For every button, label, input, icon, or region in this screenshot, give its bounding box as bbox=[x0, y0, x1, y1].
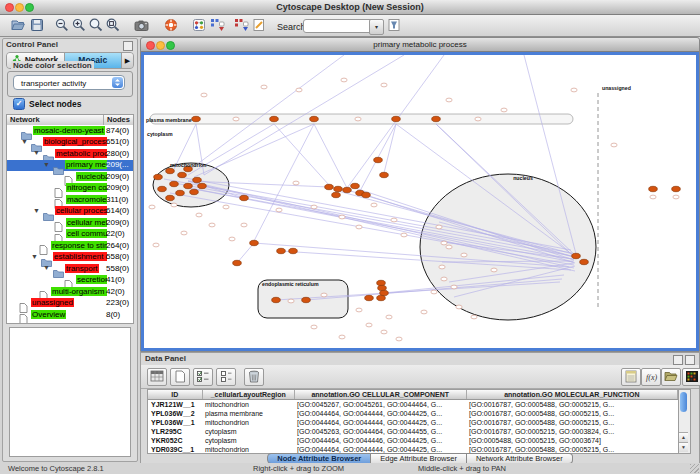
node-color-dropdown[interactable]: transporter activity bbox=[13, 75, 125, 90]
search-dropdown-icon[interactable]: ▾ bbox=[369, 19, 384, 35]
delete-attribute-icon[interactable] bbox=[244, 368, 264, 386]
graph-node-small[interactable] bbox=[209, 223, 215, 227]
graph-node[interactable] bbox=[377, 280, 386, 285]
tree-row-mosaic-demo-yeast[interactable]: mosaic-demo-yeast874(0) bbox=[7, 125, 133, 137]
scroll-up-icon[interactable]: ▲ bbox=[679, 432, 688, 442]
graph-node-small[interactable] bbox=[288, 299, 294, 303]
resize-grip[interactable] bbox=[690, 464, 699, 473]
graph-node-small[interactable] bbox=[456, 305, 462, 309]
birds-eye-view[interactable] bbox=[9, 327, 131, 457]
graph-node[interactable] bbox=[270, 116, 279, 121]
apply-layout-icon[interactable] bbox=[210, 18, 224, 32]
graph-node-small[interactable] bbox=[396, 337, 402, 341]
search-input[interactable] bbox=[303, 19, 374, 33]
column-header[interactable]: ID bbox=[148, 390, 203, 399]
tree-row-multi-organism-pro[interactable]: multi-organism pro42(0) bbox=[7, 286, 133, 298]
unselect-attributes-icon[interactable] bbox=[216, 368, 236, 386]
tree-row-cellular-metabo[interactable]: cellular metabo209(0) bbox=[7, 217, 133, 229]
graph-node-small[interactable] bbox=[451, 285, 457, 289]
graph-node-small[interactable] bbox=[321, 293, 327, 297]
graph-node[interactable] bbox=[233, 260, 242, 265]
graph-node-small[interactable] bbox=[501, 108, 507, 112]
graph-node[interactable] bbox=[277, 248, 286, 253]
graph-node-small[interactable] bbox=[673, 195, 679, 199]
graph-node-small[interactable] bbox=[311, 205, 317, 209]
graph-node[interactable] bbox=[377, 295, 386, 300]
graph-node-small[interactable] bbox=[311, 325, 317, 329]
graph-node-small[interactable] bbox=[223, 205, 229, 209]
zoom-out-icon[interactable] bbox=[55, 18, 69, 32]
graph-node-small[interactable] bbox=[381, 330, 387, 334]
graph-node-small[interactable] bbox=[461, 253, 467, 257]
graph-node-small[interactable] bbox=[356, 225, 362, 229]
graph-node-small[interactable] bbox=[261, 85, 267, 89]
new-attribute-icon[interactable] bbox=[170, 368, 190, 386]
expander-icon[interactable]: ▼ bbox=[43, 161, 50, 168]
graph-node-small[interactable] bbox=[421, 310, 427, 314]
tree-row-nucleobase[interactable]: nucleobase-209(0) bbox=[7, 171, 133, 183]
graph-node-small[interactable] bbox=[650, 195, 656, 199]
graph-node[interactable] bbox=[193, 177, 202, 182]
graph-node[interactable] bbox=[580, 259, 589, 264]
tree-row-secretion[interactable]: secretion41(0) bbox=[7, 275, 133, 287]
graph-node-small[interactable] bbox=[366, 323, 372, 327]
graph-node-small[interactable] bbox=[391, 218, 397, 222]
help-icon[interactable] bbox=[164, 18, 178, 32]
table-row[interactable]: YLR295Ccytoplasm[GO:0045263, GO:0044464,… bbox=[148, 427, 678, 436]
graph-node[interactable] bbox=[176, 190, 185, 195]
graph-node-small[interactable] bbox=[276, 208, 282, 212]
graph-node[interactable] bbox=[672, 186, 681, 191]
expander-icon[interactable]: ▼ bbox=[33, 207, 40, 214]
zoom-in-icon[interactable] bbox=[72, 18, 86, 32]
graph-node-small[interactable] bbox=[491, 268, 497, 272]
select-attributes-icon[interactable] bbox=[193, 368, 213, 386]
graph-node-small[interactable] bbox=[446, 245, 452, 249]
tree-row-response-to-stimulu[interactable]: response to stimulu264(0) bbox=[7, 240, 133, 252]
tree-row-establishment-of-lo[interactable]: ▼establishment of lo558(0) bbox=[7, 252, 133, 264]
snapshot-icon[interactable] bbox=[134, 18, 148, 32]
tree-row-overview[interactable]: Overview8(0) bbox=[7, 309, 133, 321]
graph-node[interactable] bbox=[432, 116, 441, 121]
graph-node[interactable] bbox=[392, 116, 401, 121]
float-panel-icon[interactable] bbox=[123, 41, 133, 51]
graph-node-small[interactable] bbox=[446, 98, 452, 102]
graph-node[interactable] bbox=[365, 295, 374, 300]
table-row[interactable]: YPL036W__1mitochondrion[GO:0044464, GO:0… bbox=[148, 418, 678, 427]
graph-node[interactable] bbox=[310, 116, 319, 121]
graph-node[interactable] bbox=[302, 297, 311, 302]
graph-node-small[interactable] bbox=[355, 117, 361, 121]
graph-node-small[interactable] bbox=[196, 213, 202, 217]
tab-scroll-right-icon[interactable]: ▶ bbox=[121, 53, 133, 68]
graph-node[interactable] bbox=[198, 183, 207, 188]
network-overview-icon[interactable] bbox=[192, 18, 206, 32]
graph-node-small[interactable] bbox=[571, 88, 577, 92]
graph-node-small[interactable] bbox=[201, 93, 207, 97]
graph-node[interactable] bbox=[374, 157, 383, 162]
graph-node-small[interactable] bbox=[241, 223, 247, 227]
tree-row-primary-metabo[interactable]: ▼primary metabo209(... bbox=[7, 160, 133, 172]
graph-node[interactable] bbox=[380, 172, 389, 177]
graph-node[interactable] bbox=[154, 174, 163, 179]
tree-row-nitrogen-compo[interactable]: nitrogen compo209(0) bbox=[7, 183, 133, 195]
graph-node[interactable] bbox=[378, 285, 387, 290]
graph-node[interactable] bbox=[166, 168, 175, 173]
graph-node-small[interactable] bbox=[356, 308, 362, 312]
graph-node[interactable] bbox=[178, 172, 187, 177]
graph-node[interactable] bbox=[250, 240, 259, 245]
graph-node-small[interactable] bbox=[436, 225, 442, 229]
import-attributes-icon[interactable] bbox=[661, 368, 681, 386]
graph-node-small[interactable] bbox=[171, 203, 177, 207]
zoom-selected-region-icon[interactable] bbox=[106, 18, 120, 32]
open-icon[interactable] bbox=[11, 18, 25, 32]
attribute-table-icon[interactable] bbox=[147, 368, 167, 386]
graph-node[interactable] bbox=[332, 192, 341, 197]
expander-icon[interactable]: ▼ bbox=[33, 149, 40, 156]
expander-icon[interactable]: ▼ bbox=[21, 138, 28, 145]
graph-node[interactable] bbox=[343, 187, 352, 192]
select-nodes-checkbox[interactable]: ✓ bbox=[13, 98, 25, 110]
graph-node-small[interactable] bbox=[431, 290, 437, 294]
zoom-fit-icon[interactable] bbox=[89, 18, 103, 32]
graph-node-small[interactable] bbox=[339, 215, 345, 219]
graph-node-small[interactable] bbox=[293, 181, 299, 185]
tree-row-metabolic-process[interactable]: ▼metabolic process280(0) bbox=[7, 148, 133, 160]
